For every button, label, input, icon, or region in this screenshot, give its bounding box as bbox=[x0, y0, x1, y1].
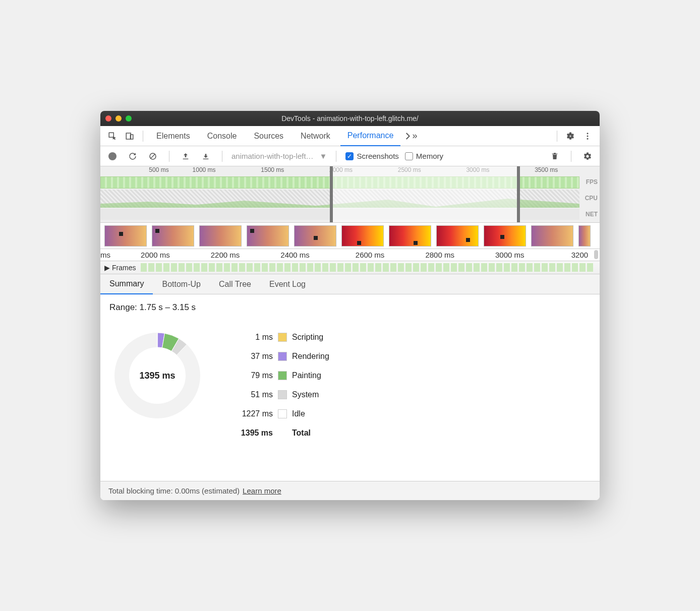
screenshot-thumbnail[interactable] bbox=[199, 225, 242, 247]
overview-pane[interactable]: 500 ms 1000 ms 1500 ms 2000 ms 2500 ms 3… bbox=[100, 166, 600, 223]
screenshot-thumbnails bbox=[100, 223, 600, 249]
cpu-label: CPU bbox=[585, 195, 598, 202]
legend-swatch bbox=[278, 371, 287, 380]
legend-ms: 1 ms bbox=[236, 333, 278, 342]
settings-icon[interactable] bbox=[563, 129, 577, 143]
tab-network[interactable]: Network bbox=[294, 126, 337, 146]
footer: Total blocking time: 0.00ms (estimated) … bbox=[100, 481, 600, 500]
legend-swatch bbox=[278, 333, 287, 342]
device-toggle-icon[interactable] bbox=[123, 129, 137, 143]
frames-track[interactable]: ▶ Frames bbox=[100, 261, 600, 274]
svg-line-7 bbox=[151, 154, 155, 158]
tab-performance[interactable]: Performance bbox=[340, 126, 401, 146]
performance-toolbar: animation-with-top-left… ▼ ✓ Screenshots… bbox=[100, 146, 600, 166]
summary-tab-bar: Summary Bottom-Up Call Tree Event Log bbox=[100, 274, 600, 294]
divider bbox=[336, 151, 336, 162]
divider bbox=[557, 131, 557, 142]
subtab-event-log[interactable]: Event Log bbox=[260, 274, 315, 294]
main-tab-bar: Elements Console Sources Network Perform… bbox=[100, 126, 600, 146]
memory-checkbox[interactable]: Memory bbox=[405, 152, 443, 160]
tbt-label: Total blocking time: 0.00ms (estimated) bbox=[108, 486, 240, 495]
screenshot-thumbnail[interactable] bbox=[341, 225, 384, 247]
legend-row: 51 msSystem bbox=[236, 385, 329, 404]
svg-rect-9 bbox=[203, 158, 209, 159]
upload-icon[interactable] bbox=[179, 149, 193, 163]
legend-ms: 79 ms bbox=[236, 371, 278, 380]
svg-point-4 bbox=[587, 135, 589, 137]
legend-name: Rendering bbox=[292, 352, 329, 361]
tick: 3500 ms bbox=[511, 166, 579, 175]
titlebar: DevTools - animation-with-top-left.glitc… bbox=[100, 111, 600, 126]
screenshot-thumbnail[interactable] bbox=[436, 225, 479, 247]
range-label: Range: 1.75 s – 3.15 s bbox=[109, 302, 591, 313]
svg-rect-8 bbox=[183, 158, 189, 159]
clear-icon[interactable] bbox=[146, 149, 160, 163]
screenshot-thumbnail[interactable] bbox=[484, 225, 526, 247]
legend-name: Scripting bbox=[292, 333, 323, 342]
subtab-summary[interactable]: Summary bbox=[100, 274, 153, 294]
fps-label: FPS bbox=[586, 178, 598, 186]
screenshot-thumbnail[interactable] bbox=[104, 225, 147, 247]
legend-total-row: 1395 msTotal bbox=[236, 423, 329, 443]
tick: 3200 bbox=[571, 251, 588, 259]
memory-label: Memory bbox=[416, 152, 443, 160]
legend-row: 1 msScripting bbox=[236, 328, 329, 347]
legend-name: Idle bbox=[292, 409, 305, 418]
checkbox-icon bbox=[405, 152, 413, 160]
inspect-icon[interactable] bbox=[105, 129, 120, 143]
summary-pane: Range: 1.75 s – 3.15 s 1395 ms 1 msScrip… bbox=[100, 294, 600, 481]
summary-donut-chart: 1395 ms bbox=[109, 328, 205, 423]
legend-name: Painting bbox=[292, 371, 321, 380]
capture-settings-icon[interactable] bbox=[580, 149, 595, 163]
delete-icon[interactable] bbox=[548, 149, 562, 163]
chevron-down-icon[interactable]: ▼ bbox=[320, 152, 327, 160]
legend-swatch bbox=[278, 352, 287, 361]
recording-dropdown[interactable]: animation-with-top-left… bbox=[231, 152, 314, 160]
tick: 1000 ms bbox=[169, 166, 238, 175]
tick: 1500 ms bbox=[237, 166, 306, 175]
tick: 2000 ms bbox=[141, 251, 170, 259]
divider bbox=[571, 151, 571, 162]
legend-ms: 1395 ms bbox=[236, 429, 278, 438]
screenshot-thumbnail[interactable] bbox=[531, 225, 573, 247]
screenshot-thumbnail[interactable] bbox=[389, 225, 431, 247]
expand-arrow-icon[interactable]: ▶ bbox=[100, 264, 112, 272]
tab-console[interactable]: Console bbox=[200, 126, 244, 146]
subtab-bottom-up[interactable]: Bottom-Up bbox=[153, 274, 209, 294]
record-button[interactable] bbox=[105, 149, 120, 163]
legend-ms: 1227 ms bbox=[236, 409, 278, 418]
download-icon[interactable] bbox=[199, 149, 213, 163]
summary-legend: 1 msScripting37 msRendering79 msPainting… bbox=[236, 328, 329, 443]
frames-label: Frames bbox=[112, 264, 136, 272]
legend-swatch bbox=[278, 409, 287, 418]
svg-point-3 bbox=[587, 133, 589, 134]
legend-ms: 37 ms bbox=[236, 352, 278, 361]
tab-elements[interactable]: Elements bbox=[149, 126, 197, 146]
screenshots-checkbox[interactable]: ✓ Screenshots bbox=[345, 152, 398, 160]
legend-name: System bbox=[292, 390, 319, 399]
reload-record-icon[interactable] bbox=[126, 149, 140, 163]
screenshot-thumbnail[interactable] bbox=[152, 225, 194, 247]
vertical-scrollbar[interactable] bbox=[594, 250, 598, 259]
legend-row: 37 msRendering bbox=[236, 347, 329, 366]
legend-row: 79 msPainting bbox=[236, 366, 329, 385]
screenshot-thumbnail[interactable] bbox=[294, 225, 336, 247]
divider bbox=[169, 151, 169, 162]
more-tabs-icon[interactable]: » bbox=[403, 129, 418, 143]
screenshot-thumbnail[interactable] bbox=[247, 225, 289, 247]
kebab-menu-icon[interactable] bbox=[580, 129, 595, 143]
legend-name: Total bbox=[292, 429, 311, 438]
tick: ms bbox=[100, 251, 110, 259]
subtab-call-tree[interactable]: Call Tree bbox=[210, 274, 260, 294]
divider bbox=[143, 131, 143, 142]
screenshot-thumbnail[interactable] bbox=[578, 225, 591, 247]
legend-ms: 51 ms bbox=[236, 390, 278, 399]
learn-more-link[interactable]: Learn more bbox=[243, 486, 281, 495]
tab-sources[interactable]: Sources bbox=[247, 126, 290, 146]
checkbox-icon: ✓ bbox=[345, 152, 354, 160]
frame-bars bbox=[141, 263, 595, 272]
net-label: NET bbox=[586, 211, 598, 218]
tick: 500 ms bbox=[100, 166, 169, 175]
overview-selection[interactable] bbox=[330, 166, 519, 222]
detail-time-ruler[interactable]: ms 2000 ms 2200 ms 2400 ms 2600 ms 2800 … bbox=[100, 249, 600, 261]
